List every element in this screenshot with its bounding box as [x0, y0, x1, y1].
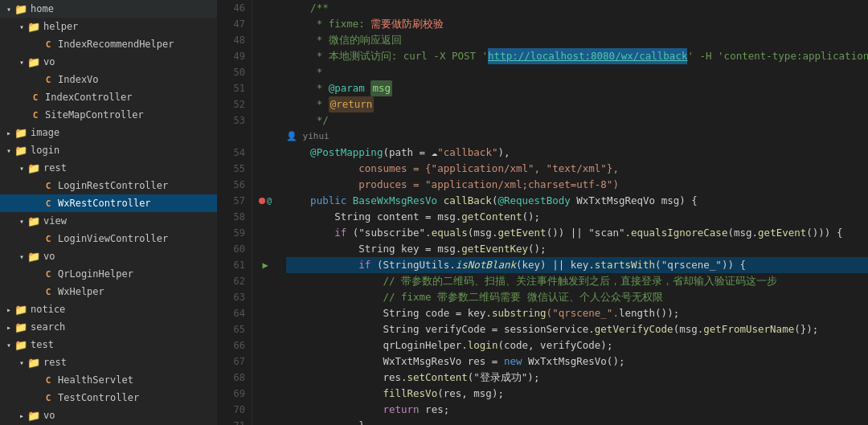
sidebar-item-search[interactable]: ▸📁search	[0, 318, 217, 336]
line-numbers: 4647484950515253545556575859606162636465…	[217, 0, 252, 425]
function-token: getContent	[461, 209, 522, 225]
code-line: produces = "application/xml;charset=utf-…	[286, 177, 868, 193]
gutter-icon	[252, 353, 278, 370]
comment-token: // 带参数的二维码、扫描、关注事件触发到之后，直接登录，省却输入验证码这一步	[383, 273, 777, 289]
code-content[interactable]: /** * fixme: 需要做防刷校验 * 微信的响应返回 * 本地测试访问:…	[278, 0, 868, 425]
sidebar-item-vo-test[interactable]: ▸📁vo	[0, 407, 217, 424]
sidebar-item-view[interactable]: ▾📁view	[0, 212, 217, 230]
sidebar-item-IndexController[interactable]: CIndexController	[0, 88, 217, 106]
gutter-icon: ▶	[252, 257, 278, 273]
string-token: callback	[444, 145, 492, 161]
code-line: String verifyCode = sessionService.getVe…	[286, 321, 868, 337]
code-line: public BaseWxMsgResVo callBack(@RequestB…	[286, 193, 868, 209]
line-number: 69	[220, 386, 245, 402]
sidebar-item-HealthServlet[interactable]: CHealthServlet	[0, 371, 217, 389]
tree-item-label: WxHelper	[58, 286, 217, 297]
tree-item-label: LoginViewController	[58, 233, 217, 244]
code-token: (msg.	[727, 225, 758, 241]
sidebar-item-LoginViewController[interactable]: CLoginViewController	[0, 230, 217, 247]
code-token	[365, 80, 371, 96]
keyword2-token: return	[383, 402, 419, 418]
sidebar-item-QrLoginHelper[interactable]: CQrLoginHelper	[0, 265, 217, 283]
tree-arrow-icon: ▾	[16, 358, 27, 367]
at-sign-icon: @	[267, 193, 272, 209]
sidebar-item-WxHelper[interactable]: CWxHelper	[0, 283, 217, 300]
function-token: equals	[432, 225, 468, 241]
tree-item-label: rest	[43, 162, 217, 174]
sidebar-item-test[interactable]: ▾📁test	[0, 336, 217, 353]
line-number: 48	[220, 32, 245, 48]
line-number: 47	[220, 16, 245, 32]
code-token: String content = msg.	[286, 209, 461, 225]
line-number: 56	[220, 177, 245, 193]
tree-arrow-icon: ▾	[3, 146, 14, 155]
gutter-icon	[252, 225, 278, 241]
comment-token: ' -H 'content-type:application/xml' -d '…	[687, 48, 868, 64]
return-token: @return	[329, 96, 375, 112]
code-line: * @return	[286, 96, 868, 112]
code-token: WxTxtMsgResVo();	[522, 353, 625, 370]
tree-arrow-icon: ▸	[3, 305, 14, 314]
sidebar-item-home[interactable]: ▾📁home	[0, 0, 217, 18]
comment-token: // fixme 带参数二维码需要 微信认证、个人公众号无权限	[383, 289, 662, 305]
tree-arrow-icon: ▾	[16, 252, 27, 261]
folder-icon: 📁	[14, 144, 27, 157]
tree-item-label: rest	[43, 357, 217, 368]
line-number: 49	[220, 48, 245, 64]
sidebar-item-image[interactable]: ▸📁image	[0, 124, 217, 141]
sidebar-item-LoginRestController[interactable]: CLoginRestController	[0, 177, 217, 194]
tree-arrow-icon: ▾	[16, 217, 27, 226]
code-line: WxTxtMsgResVo res = new WxTxtMsgResVo();	[286, 353, 868, 370]
code-line: }	[286, 418, 868, 425]
sidebar-item-vo-login[interactable]: ▾📁vo	[0, 247, 217, 265]
function-token: getEvent	[758, 225, 806, 241]
code-line: consumes = {"application/xml", "text/xml…	[286, 161, 868, 177]
code-editor: 4647484950515253545556575859606162636465…	[217, 0, 868, 425]
function-italic-token: isNotBlank	[456, 257, 516, 273]
code-token	[286, 145, 310, 161]
user-badge: 👤 yihui	[286, 129, 330, 145]
tree-arrow-icon: ▾	[16, 164, 27, 173]
sidebar-item-login[interactable]: ▾📁login	[0, 141, 217, 159]
comment-token: /**	[310, 0, 329, 16]
java-class-icon: C	[42, 374, 55, 386]
comment-token: * 本地测试访问: curl -X POST '	[286, 48, 488, 64]
arrow-icon: ▶	[262, 257, 268, 273]
line-number: 50	[220, 64, 245, 80]
code-line: @PostMapping(path = ☁"callback"),	[286, 145, 868, 161]
annotation-token: @PostMapping	[310, 145, 383, 161]
sidebar-item-TestController[interactable]: CTestController	[0, 389, 217, 407]
sidebar-item-rest-test[interactable]: ▾📁rest	[0, 353, 217, 371]
line-number: 51	[220, 80, 245, 96]
function-token: getVerifyCode	[595, 321, 674, 337]
gutter-icon	[252, 273, 278, 289]
tree-item-label: helper	[43, 21, 217, 32]
gutter-icon	[252, 289, 278, 305]
string-token: produces = "application/xml;charset=utf-…	[286, 177, 619, 193]
folder-icon: 📁	[27, 215, 40, 227]
code-token: (msg.	[674, 321, 704, 337]
sidebar-item-notice[interactable]: ▸📁notice	[0, 300, 217, 318]
line-number: 61	[220, 257, 245, 273]
tree-item-label: SiteMapController	[45, 109, 217, 121]
sidebar-item-vo-home[interactable]: ▾📁vo	[0, 53, 217, 71]
sidebar-item-IndexVo[interactable]: CIndexVo	[0, 71, 217, 88]
line-number: 67	[220, 353, 245, 370]
line-number: 59	[220, 225, 245, 241]
sidebar-item-WxRestController[interactable]: CWxRestController	[0, 194, 217, 212]
sidebar-item-rest-login[interactable]: ▾📁rest	[0, 159, 217, 177]
line-number: 70	[220, 402, 245, 418]
sidebar-item-helper[interactable]: ▾📁helper	[0, 18, 217, 35]
sidebar-item-IndexRecommendHelper[interactable]: CIndexRecommendHelper	[0, 35, 217, 53]
sidebar-item-SiteMapController[interactable]: CSiteMapController	[0, 106, 217, 124]
line-number: 64	[220, 305, 245, 321]
tree-item-label: IndexController	[45, 92, 217, 103]
code-token: String code = key.	[286, 305, 492, 321]
code-token: (StringUtils.	[371, 257, 455, 273]
tree-arrow-icon: ▸	[3, 323, 14, 332]
function-token: login	[468, 337, 498, 353]
function-token: getFromUserName	[703, 321, 794, 337]
folder-icon: 📁	[27, 250, 40, 263]
tree-arrow-icon: ▾	[16, 22, 27, 31]
function-token: fillResVo	[383, 386, 437, 402]
